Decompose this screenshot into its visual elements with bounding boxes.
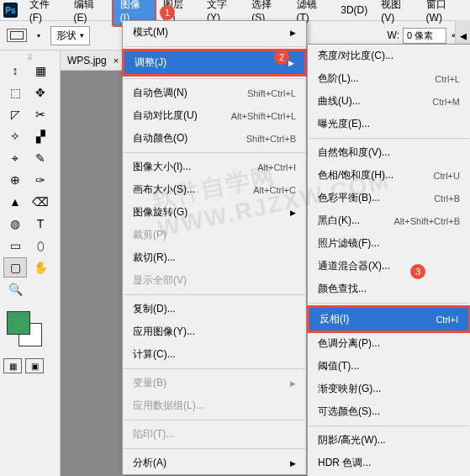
shape-preview-icon[interactable] — [7, 29, 27, 42]
tool-17[interactable]: ⬯ — [29, 235, 52, 256]
tool-6[interactable]: ✧ — [3, 126, 27, 146]
tool-11[interactable]: ✑ — [29, 170, 52, 190]
foreground-color-swatch[interactable] — [7, 311, 30, 335]
adjust-menu-item-5[interactable]: 自然饱和度(V)... — [308, 141, 470, 164]
image-menu-separator — [124, 448, 305, 449]
tool-13[interactable]: ⌫ — [29, 192, 52, 212]
chevron-right-icon: ▶ — [290, 209, 296, 217]
image-menu-item-12[interactable]: 裁切(R)... — [123, 246, 306, 269]
image-menu-item-17[interactable]: 计算(C)... — [123, 343, 306, 366]
adjust-menu-item-14[interactable]: 色调分离(P)... — [308, 332, 470, 355]
adjust-menu-item-8[interactable]: 黑白(K)...Alt+Shift+Ctrl+B — [308, 209, 470, 232]
tool-20[interactable]: 🔍 — [3, 279, 27, 299]
image-menu-item-label: 自动颜色(O) — [133, 131, 187, 145]
image-menu-item-6[interactable]: 自动颜色(O)Shift+Ctrl+B — [123, 127, 306, 150]
adjust-menu-item-11[interactable]: 颜色查找... — [308, 278, 470, 300]
image-menu-item-24[interactable]: 分析(A)▶ — [123, 452, 306, 474]
adjust-menu-item-15[interactable]: 阈值(T)... — [308, 355, 470, 378]
tool-14[interactable]: ◍ — [3, 214, 27, 234]
adjust-menu-item-13[interactable]: 反相(I)Ctrl+I — [307, 305, 470, 333]
adjust-menu-item-label: 色相/饱和度(H)... — [318, 168, 393, 182]
adjust-menu-item-label: 照片滤镜(F)... — [318, 236, 379, 251]
tool-16[interactable]: ▭ — [3, 235, 27, 256]
tool-10[interactable]: ⊕ — [3, 170, 27, 190]
adjust-menu-item-label: 阈值(T)... — [318, 359, 359, 373]
tool-18[interactable]: ▢ — [3, 257, 27, 278]
adjust-menu-item-6[interactable]: 色相/饱和度(H)...Ctrl+U — [308, 164, 470, 187]
adjust-menu-item-label: 黑白(K)... — [318, 214, 360, 228]
menu-3d[interactable]: 3D(D) — [334, 3, 374, 18]
document-tab-title[interactable]: WPS.jpg — [67, 55, 107, 66]
chevron-right-icon: ▶ — [290, 379, 296, 388]
tool-5[interactable]: ✂ — [29, 104, 52, 124]
tool-mode-label: 形状 — [56, 29, 77, 43]
toolbox-grip-icon[interactable]: ⠿ — [3, 54, 56, 59]
image-menu-item-label: 复制(D)... — [133, 302, 176, 316]
image-menu-item-4[interactable]: 自动色调(N)Shift+Ctrl+L — [123, 82, 306, 104]
image-menu-item-shortcut: Alt+Ctrl+I — [257, 162, 296, 172]
screenmode-icon[interactable]: ▣ — [25, 358, 44, 373]
chevron-right-icon: ▶ — [288, 59, 294, 67]
image-menu-item-shortcut: Shift+Ctrl+L — [247, 88, 296, 98]
chevron-down-icon: ▾ — [80, 31, 84, 40]
image-menu-item-9[interactable]: 画布大小(S)...Alt+Ctrl+C — [123, 178, 306, 201]
tool-8[interactable]: ⌖ — [3, 148, 27, 168]
adjust-menu-item-shortcut: Ctrl+L — [435, 74, 460, 84]
adjust-menu-item-1[interactable]: 色阶(L)...Ctrl+L — [308, 67, 470, 90]
tool-4[interactable]: ◸ — [3, 104, 27, 124]
tool-mode-select[interactable]: 形状 ▾ — [50, 26, 90, 45]
image-menu-item-label: 图像旋转(G) — [133, 205, 187, 219]
tool-19[interactable]: ✋ — [29, 257, 52, 278]
image-menu-item-8[interactable]: 图像大小(I)...Alt+Ctrl+I — [123, 156, 306, 178]
menu-edit[interactable]: 编辑(E) — [67, 0, 112, 25]
adjust-menu-item-20[interactable]: HDR 色调... — [308, 452, 470, 474]
adjust-menu-item-16[interactable]: 渐变映射(G)... — [308, 378, 470, 400]
tool-9[interactable]: ✎ — [29, 148, 52, 168]
width-label: W: — [388, 29, 399, 41]
image-menu-item-16[interactable]: 应用图像(Y)... — [123, 320, 306, 343]
adjust-menu-separator — [309, 426, 469, 426]
adjust-menu-item-7[interactable]: 色彩平衡(B)...Ctrl+B — [308, 187, 470, 209]
image-menu-item-10[interactable]: 图像旋转(G)▶ — [123, 201, 306, 224]
adjust-menu-item-label: 自然饱和度(V)... — [318, 145, 390, 160]
tool-0[interactable]: ↕ — [3, 61, 27, 81]
image-menu-item-11: 裁剪(P) — [123, 224, 306, 246]
adjust-menu-item-label: 亮度/对比度(C)... — [318, 49, 393, 63]
adjust-menu-item-17[interactable]: 可选颜色(S)... — [308, 400, 470, 423]
tool-1[interactable]: ▦ — [29, 61, 52, 81]
image-menu-item-5[interactable]: 自动对比度(U)Alt+Shift+Ctrl+L — [123, 104, 306, 127]
image-menu-item-label: 变量(B) — [133, 376, 166, 390]
adjust-menu-item-label: HDR 色调... — [318, 456, 371, 470]
image-menu-item-13: 显示全部(V) — [123, 269, 306, 292]
chevron-right-icon: ▶ — [290, 29, 296, 37]
tool-7[interactable]: ▞ — [29, 126, 52, 146]
color-swatches[interactable] — [7, 311, 56, 348]
adjustments-submenu: 亮度/对比度(C)...色阶(L)...Ctrl+L曲线(U)...Ctrl+M… — [307, 44, 470, 476]
shape-dropdown-icon[interactable]: ▾ — [34, 30, 44, 40]
menu-view[interactable]: 视图(V) — [374, 0, 419, 25]
adjust-menu-item-9[interactable]: 照片滤镜(F)... — [308, 232, 470, 255]
tool-3[interactable]: ✥ — [29, 82, 52, 103]
adjust-menu-item-shortcut: Ctrl+U — [434, 171, 460, 181]
image-menu-item-label: 裁剪(P) — [133, 228, 166, 242]
width-input[interactable]: 0 像素 — [403, 28, 446, 44]
adjust-menu-item-2[interactable]: 曲线(U)...Ctrl+M — [308, 90, 470, 113]
tool-2[interactable]: ⬚ — [3, 82, 27, 103]
image-menu-item-19: 变量(B)▶ — [123, 372, 306, 394]
annotation-badge-3: 3 — [410, 264, 425, 279]
menu-file[interactable]: 文件(F) — [23, 0, 67, 25]
tool-15[interactable]: T — [29, 214, 52, 234]
adjust-menu-item-19[interactable]: 阴影/高光(W)... — [308, 429, 470, 452]
adjust-menu-item-shortcut: Alt+Shift+Ctrl+B — [393, 216, 460, 226]
adjust-menu-item-shortcut: Ctrl+B — [434, 193, 460, 204]
close-icon[interactable]: × — [114, 56, 119, 66]
quickmask-icon[interactable]: ▦ — [3, 358, 22, 373]
image-menu-item-label: 裁切(R)... — [133, 251, 176, 265]
image-menu-item-0[interactable]: 模式(M)▶ — [123, 21, 306, 44]
image-menu-item-15[interactable]: 复制(D)... — [123, 298, 306, 320]
tool-12[interactable]: ▲ — [3, 192, 27, 212]
adjust-menu-item-3[interactable]: 曝光度(E)... — [308, 113, 470, 135]
adjust-menu-item-10[interactable]: 通道混合器(X)... — [308, 255, 470, 278]
image-menu-separator — [124, 294, 305, 295]
adjust-menu-item-0[interactable]: 亮度/对比度(C)... — [308, 45, 470, 67]
